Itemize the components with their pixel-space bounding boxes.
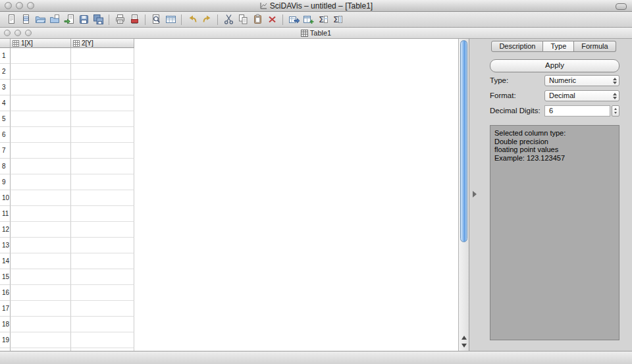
table-cell[interactable]	[71, 190, 134, 206]
scrollbar-thumb[interactable]	[460, 40, 467, 242]
new-project-icon	[6, 14, 17, 25]
table-cell[interactable]	[11, 95, 71, 111]
table-cell[interactable]	[71, 159, 134, 174]
new-project-button[interactable]	[4, 13, 18, 26]
column-statistics-button[interactable]: Σ	[330, 13, 344, 26]
table-cell[interactable]	[71, 269, 134, 285]
tab-type[interactable]: Type	[543, 41, 574, 52]
table-cell[interactable]	[71, 95, 134, 111]
row-header[interactable]: 16	[0, 285, 11, 301]
row-header[interactable]: 13	[0, 238, 11, 253]
export-pdf-button[interactable]	[127, 13, 142, 26]
row-header[interactable]: 5	[0, 111, 11, 127]
row-header[interactable]: 8	[0, 159, 11, 174]
row-header[interactable]: 17	[0, 301, 11, 317]
print-button[interactable]	[113, 13, 127, 26]
vertical-scrollbar[interactable]	[458, 39, 469, 351]
table-cell[interactable]	[71, 174, 134, 190]
row-header[interactable]: 19	[0, 332, 11, 348]
row-header[interactable]: 15	[0, 269, 11, 285]
corner-header[interactable]	[0, 39, 11, 48]
decimal-digits-stepper[interactable]	[612, 105, 619, 117]
inner-window-title: Table1	[310, 29, 331, 37]
table-cell[interactable]	[11, 332, 71, 348]
row-header[interactable]: 12	[0, 222, 11, 238]
table-cell[interactable]	[71, 332, 134, 348]
open-project-button[interactable]	[33, 13, 47, 26]
delete-selection-button[interactable]	[265, 13, 279, 26]
table-cell[interactable]	[11, 222, 71, 238]
row-header[interactable]: 4	[0, 95, 11, 111]
table-view-button[interactable]	[163, 13, 178, 26]
recalculate-button[interactable]	[286, 13, 301, 26]
table-cell[interactable]	[71, 48, 134, 64]
copy-button[interactable]	[236, 13, 250, 26]
row-header[interactable]: 7	[0, 143, 11, 159]
cut-button[interactable]	[221, 13, 236, 26]
table-cell[interactable]	[71, 301, 134, 317]
table-cell[interactable]	[71, 206, 134, 222]
table-cell[interactable]	[71, 317, 134, 332]
scrollbar-down-button[interactable]	[459, 344, 469, 348]
table-cell[interactable]	[71, 80, 134, 95]
new-table-button[interactable]	[18, 13, 33, 26]
scrollbar-up-button[interactable]	[459, 336, 469, 340]
paste-button[interactable]	[250, 13, 265, 26]
row-header[interactable]: 1	[0, 48, 11, 64]
import-ascii-icon	[64, 14, 75, 25]
panel-collapse-button[interactable]	[470, 189, 479, 199]
table-cell[interactable]	[11, 127, 71, 143]
row-header[interactable]: 6	[0, 127, 11, 143]
column-header[interactable]: 2[Y]	[71, 39, 134, 48]
table-cell[interactable]	[71, 127, 134, 143]
decimal-digits-input[interactable]: 6	[544, 105, 610, 117]
table-cell[interactable]	[11, 159, 71, 174]
row-header[interactable]: 9	[0, 174, 11, 190]
find-button[interactable]	[149, 13, 163, 26]
tab-description[interactable]: Description	[491, 41, 543, 52]
row-statistics-button[interactable]: Σ	[315, 13, 330, 26]
table-cell[interactable]	[71, 238, 134, 253]
format-select[interactable]: Decimal	[544, 90, 619, 101]
table-cell[interactable]	[71, 222, 134, 238]
row-header[interactable]: 2	[0, 64, 11, 80]
open-template-button[interactable]	[47, 13, 62, 26]
table-cell[interactable]	[11, 301, 71, 317]
table-cell[interactable]	[71, 111, 134, 127]
table-cell[interactable]	[71, 253, 134, 269]
column-header[interactable]: 1[X]	[11, 39, 71, 48]
type-select[interactable]: Numeric	[544, 75, 619, 86]
table-cell[interactable]	[11, 190, 71, 206]
table-cell[interactable]	[11, 206, 71, 222]
table-cell[interactable]	[11, 317, 71, 332]
redo-icon	[201, 14, 213, 25]
table-cell[interactable]	[11, 48, 71, 64]
tab-formula[interactable]: Formula	[574, 41, 616, 52]
table-cell[interactable]	[11, 238, 71, 253]
row-header[interactable]: 3	[0, 80, 11, 95]
table-cell[interactable]	[11, 143, 71, 159]
row-header[interactable]: 11	[0, 206, 11, 222]
row-header[interactable]: 14	[0, 253, 11, 269]
apply-button[interactable]: Apply	[490, 59, 619, 72]
table-cell[interactable]	[11, 253, 71, 269]
row-header[interactable]: 10	[0, 190, 11, 206]
add-column-button[interactable]	[301, 13, 315, 26]
row-header[interactable]: 18	[0, 317, 11, 332]
undo-button[interactable]	[185, 13, 199, 26]
redo-button[interactable]	[199, 13, 214, 26]
toolbar-toggle-button[interactable]	[616, 3, 627, 10]
table-cell[interactable]	[71, 285, 134, 301]
save-project-button[interactable]	[76, 13, 91, 26]
table-cell[interactable]	[11, 174, 71, 190]
table-cell[interactable]	[11, 80, 71, 95]
save-all-button[interactable]	[91, 13, 105, 26]
import-ascii-button[interactable]	[62, 13, 76, 26]
table-cell[interactable]	[71, 64, 134, 80]
toolbar-separator	[181, 14, 182, 25]
table-cell[interactable]	[11, 64, 71, 80]
table-cell[interactable]	[11, 269, 71, 285]
table-cell[interactable]	[11, 111, 71, 127]
table-cell[interactable]	[71, 143, 134, 159]
table-cell[interactable]	[11, 285, 71, 301]
